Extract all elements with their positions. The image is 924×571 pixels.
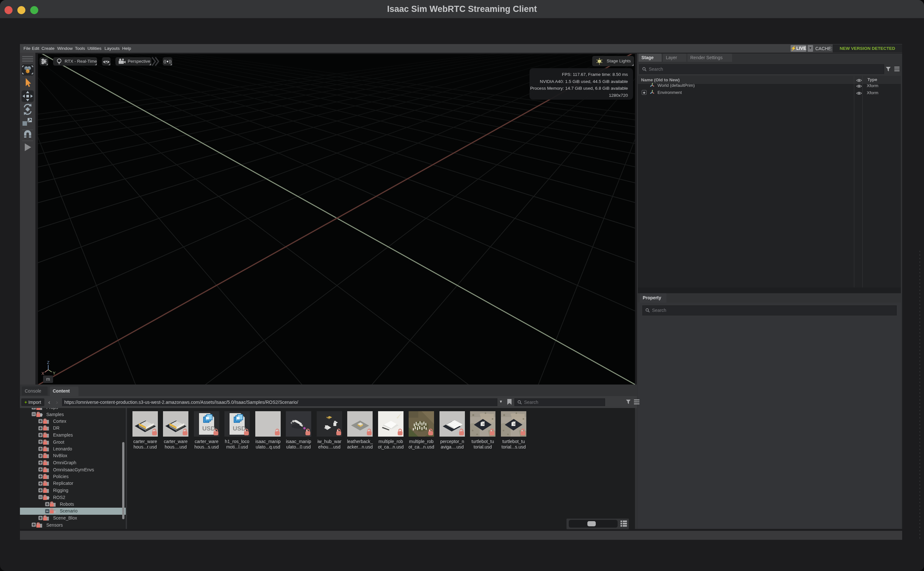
svg-text:USD: USD (202, 425, 215, 432)
svg-text:Z: Z (47, 360, 49, 365)
svg-text:Y: Y (53, 371, 56, 375)
svg-text:USD: USD (233, 425, 245, 432)
svg-text:X: X (42, 371, 44, 375)
